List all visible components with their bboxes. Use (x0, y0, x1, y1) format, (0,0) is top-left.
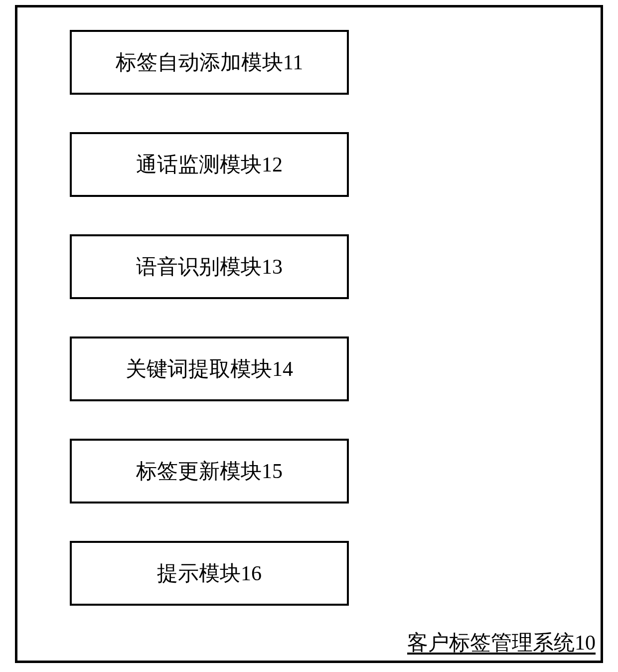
system-container: 标签自动添加模块11 通话监测模块12 语音识别模块13 关键词提取模块14 标… (15, 5, 603, 663)
module-label: 标签自动添加模块11 (116, 48, 303, 76)
module-auto-add-tag: 标签自动添加模块11 (70, 30, 349, 95)
module-label: 标签更新模块15 (136, 457, 283, 485)
module-call-monitor: 通话监测模块12 (70, 132, 349, 197)
module-stack: 标签自动添加模块11 通话监测模块12 语音识别模块13 关键词提取模块14 标… (17, 7, 601, 606)
module-label: 关键词提取模块14 (126, 355, 293, 383)
module-label: 通话监测模块12 (136, 151, 283, 178)
module-speech-recognition: 语音识别模块13 (70, 234, 349, 299)
system-label: 客户标签管理系统10 (407, 629, 596, 657)
module-tag-update: 标签更新模块15 (70, 439, 349, 504)
module-prompt: 提示模块16 (70, 541, 349, 606)
module-label: 提示模块16 (157, 559, 262, 587)
module-keyword-extraction: 关键词提取模块14 (70, 336, 349, 401)
module-label: 语音识别模块13 (136, 253, 283, 281)
